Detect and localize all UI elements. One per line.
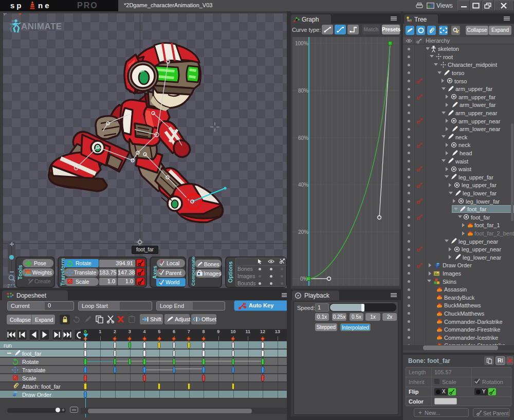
svg-text:60%: 60% (298, 135, 308, 141)
svg-text:100%: 100% (295, 41, 308, 46)
svg-text:0%: 0% (300, 276, 308, 282)
svg-text:20%: 20% (298, 229, 308, 235)
svg-text:40%: 40% (298, 182, 308, 188)
svg-text:80%: 80% (298, 88, 308, 94)
